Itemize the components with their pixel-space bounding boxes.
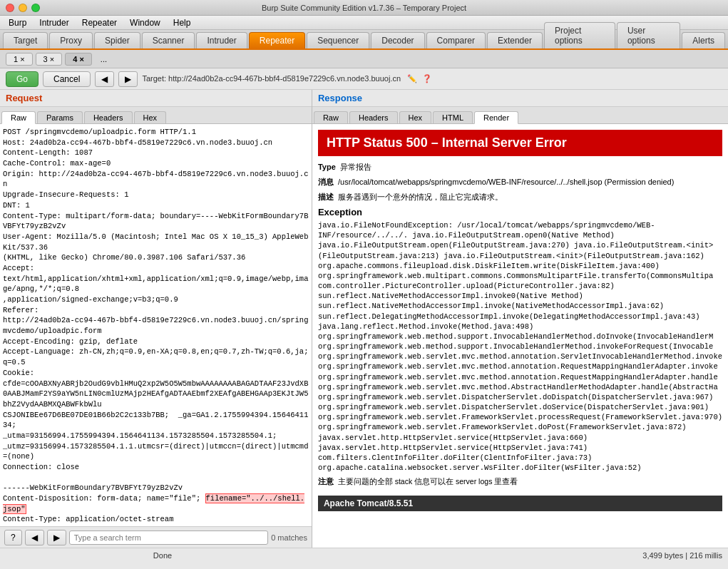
type-value: 异常报告 — [340, 163, 371, 171]
error-message-section: 消息 /usr/local/tomcat/webapps/springmvcde… — [318, 177, 722, 188]
app-title: Burp Suite Community Edition v1.7.36 – T… — [262, 4, 466, 12]
error-type-section: Type 异常报告 — [318, 162, 722, 173]
done-label: Done — [153, 551, 172, 560]
help-target-icon[interactable]: ❓ — [422, 74, 432, 83]
menu-window[interactable]: Window — [124, 16, 166, 29]
note-value: 主要问题的全部 stack 信息可以在 server logs 里查看 — [338, 477, 518, 486]
desc-label: 描述 — [318, 193, 334, 201]
search-help-button[interactable]: ? — [4, 530, 22, 545]
tab-spider[interactable]: Spider — [94, 32, 140, 48]
response-tab-hex[interactable]: Hex — [399, 111, 432, 123]
tab-user-options[interactable]: User options — [617, 22, 680, 48]
request-panel: Request Raw Params Headers Hex POST /spr… — [0, 90, 312, 548]
tab-scanner[interactable]: Scanner — [142, 32, 195, 48]
stacktrace: java.io.FileNotFoundException: /usr/loca… — [318, 220, 722, 473]
response-tab-render[interactable]: Render — [474, 111, 518, 124]
nav-forward-button[interactable]: ▶ — [118, 71, 138, 87]
type-label: Type — [318, 163, 336, 171]
response-panel-title: Response — [312, 90, 728, 107]
note-label: 注意 — [318, 477, 334, 486]
repeater-tab-4[interactable]: 4 × — [65, 53, 92, 66]
main-content: Request Raw Params Headers Hex POST /spr… — [0, 90, 728, 548]
menu-repeater[interactable]: Repeater — [76, 16, 123, 29]
menu-burp[interactable]: Burp — [3, 16, 32, 29]
request-panel-title: Request — [0, 90, 312, 107]
target-url: http://24ad0b2a-cc94-467b-bbf4-d5819e722… — [168, 74, 401, 83]
toolbar: Go Cancel ◀ ▶ Target: http://24ad0b2a-cc… — [0, 68, 728, 90]
message-label: 消息 — [318, 178, 334, 186]
request-tab-params[interactable]: Params — [37, 111, 83, 123]
request-inner-tabs: Raw Params Headers Hex — [0, 107, 312, 124]
tab-proxy[interactable]: Proxy — [49, 32, 93, 48]
response-inner-tabs: Raw Headers Hex HTML Render — [312, 107, 728, 124]
target-label-text: Target: — [142, 74, 166, 83]
main-tab-bar: Target Proxy Spider Scanner Intruder Rep… — [0, 30, 728, 50]
tab-extender[interactable]: Extender — [487, 32, 543, 48]
request-tab-hex[interactable]: Hex — [134, 111, 167, 123]
title-bar: Burp Suite Community Edition v1.7.36 – T… — [0, 0, 728, 16]
traffic-lights — [6, 4, 40, 12]
nav-back-button[interactable]: ◀ — [95, 71, 114, 87]
exception-header: Exception — [318, 207, 722, 217]
target-label: Target: http://24ad0b2a-cc94-467b-bbf4-d… — [142, 74, 722, 83]
tab-comparer[interactable]: Comparer — [426, 32, 486, 48]
search-input[interactable] — [69, 530, 268, 545]
search-matches: 0 matches — [271, 533, 307, 542]
note-section: 注意 主要问题的全部 stack 信息可以在 server logs 里查看 — [318, 477, 722, 487]
request-tab-raw[interactable]: Raw — [1, 111, 36, 124]
status-bar: Done — [0, 548, 728, 562]
desc-value: 服务器遇到一个意外的情况，阻止它完成请求。 — [338, 193, 503, 201]
cancel-button[interactable]: Cancel — [43, 71, 91, 87]
error-title: HTTP Status 500 – Internal Server Error — [318, 130, 722, 156]
edit-target-icon[interactable]: ✏️ — [407, 74, 417, 83]
minimize-button[interactable] — [19, 4, 27, 12]
repeater-tab-3[interactable]: 3 × — [36, 53, 63, 66]
repeater-tab-bar: 1 × 3 × 4 × ... — [0, 50, 728, 68]
error-desc-section: 描述 服务器遇到一个意外的情况，阻止它完成请求。 — [318, 192, 722, 203]
tab-sequencer[interactable]: Sequencer — [307, 32, 369, 48]
status-millis: 216 millis — [689, 551, 722, 560]
menu-intruder[interactable]: Intruder — [34, 16, 74, 29]
response-tab-raw[interactable]: Raw — [314, 111, 348, 123]
menu-help[interactable]: Help — [168, 16, 197, 29]
repeater-tab-1[interactable]: 1 × — [6, 53, 33, 66]
tab-target[interactable]: Target — [3, 32, 48, 48]
maximize-button[interactable] — [31, 4, 40, 12]
request-body: POST /springmvcdemo/uploadpic.form HTTP/… — [0, 124, 312, 526]
tomcat-version-bar: Apache Tomcat/8.5.51 — [318, 496, 722, 511]
highlight-filename: filename="../../shell.jsop" — [3, 493, 304, 514]
status-bytes: 3,499 bytes — [642, 551, 683, 560]
close-button[interactable] — [6, 4, 14, 12]
tab-intruder[interactable]: Intruder — [196, 32, 247, 48]
request-search-bar: ? ◀ ▶ 0 matches — [0, 526, 312, 548]
search-next-button[interactable]: ▶ — [47, 530, 66, 545]
search-prev-button[interactable]: ◀ — [25, 530, 44, 545]
repeater-tab-more[interactable]: ... — [95, 53, 113, 65]
response-error-page: HTTP Status 500 – Internal Server Error … — [312, 124, 728, 548]
response-tab-headers[interactable]: Headers — [349, 111, 398, 123]
tab-decoder[interactable]: Decoder — [371, 32, 424, 48]
message-value: /usr/local/tomcat/webapps/springmvcdemo/… — [338, 178, 674, 186]
response-panel: Response Raw Headers Hex HTML Render HTT… — [312, 90, 728, 548]
request-tab-headers[interactable]: Headers — [84, 111, 133, 123]
go-button[interactable]: Go — [6, 71, 39, 87]
tab-alerts[interactable]: Alerts — [682, 32, 725, 48]
tab-project-options[interactable]: Project options — [544, 22, 615, 48]
tab-repeater[interactable]: Repeater — [249, 32, 305, 48]
response-tab-html[interactable]: HTML — [433, 111, 473, 123]
